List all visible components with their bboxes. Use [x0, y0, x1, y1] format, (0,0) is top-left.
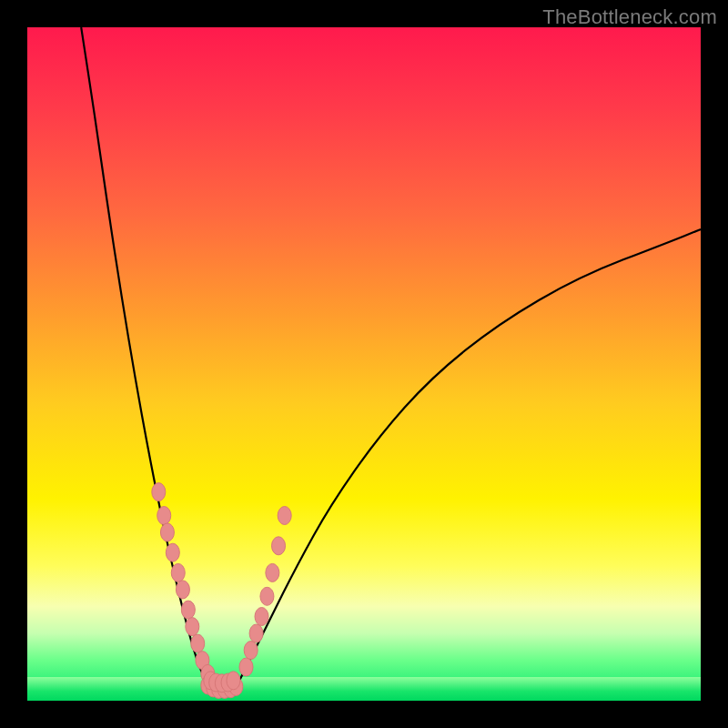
- right-dots-point: [244, 642, 258, 660]
- bottom-dots-point: [227, 672, 240, 690]
- right-curve: [236, 229, 701, 687]
- right-dots-point: [249, 624, 263, 642]
- right-dots-point: [260, 587, 274, 605]
- chart-overlay: [27, 27, 701, 701]
- left-dots-point: [157, 507, 171, 525]
- chart-frame: TheBottleneck.com: [0, 0, 728, 728]
- left-dots-point: [171, 563, 185, 581]
- left-dots-point: [181, 601, 195, 619]
- plot-area: [27, 27, 701, 701]
- right-dots-point: [278, 507, 291, 525]
- left-dots-point: [166, 543, 179, 561]
- right-dots-point: [239, 658, 253, 676]
- dots-group: [152, 483, 291, 699]
- right-dots-point: [272, 537, 286, 555]
- left-dots-point: [152, 483, 166, 501]
- left-dots-point: [176, 581, 189, 599]
- right-dots-point: [266, 563, 279, 581]
- left-dots-point: [191, 634, 205, 652]
- left-dots-point: [160, 523, 174, 541]
- right-dots-point: [255, 608, 268, 626]
- curves-group: [81, 27, 701, 687]
- watermark-text: TheBottleneck.com: [542, 5, 717, 29]
- left-dots-point: [186, 618, 199, 636]
